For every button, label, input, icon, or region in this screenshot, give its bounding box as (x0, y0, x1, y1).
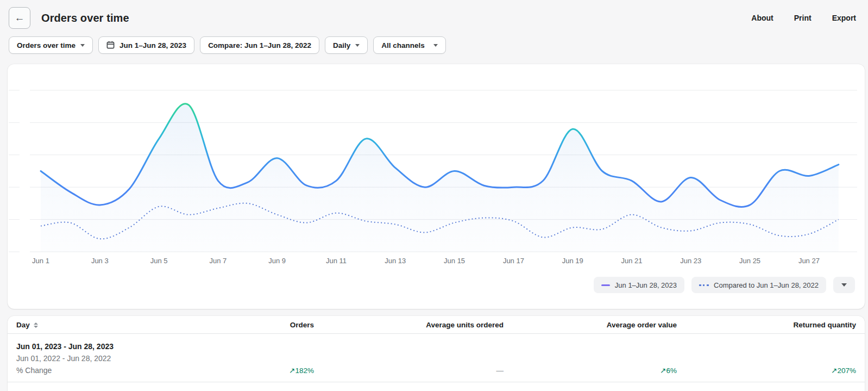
chevron-down-icon (433, 44, 438, 47)
solid-line-swatch-icon (601, 284, 610, 286)
x-axis-label: Jun 9 (268, 257, 286, 265)
orders-over-time-line-chart: Jun 1Jun 3Jun 5Jun 7Jun 9Jun 11Jun 13Jun… (8, 64, 865, 268)
current-period-label: Jun 01, 2023 - Jun 28, 2023 (16, 340, 205, 352)
report-type-dropdown[interactable]: Orders over time (9, 36, 93, 54)
filter-bar: Orders over time Jun 1–Jun 28, 2023 Comp… (0, 30, 868, 54)
x-axis-label: Jun 21 (621, 257, 642, 265)
column-label: Orders (290, 321, 314, 329)
date-range-button[interactable]: Jun 1–Jun 28, 2023 (98, 36, 194, 54)
previous-period-label: Jun 01, 2022 - Jun 28, 2022 (16, 352, 205, 364)
table-header-average-units-ordered[interactable]: Average units ordered (314, 316, 504, 333)
x-axis-label: Jun 19 (562, 257, 583, 265)
day-cell: Jun 01, 2023 - Jun 28, 2023 Jun 01, 2022… (16, 340, 205, 376)
x-axis-label: Jun 3 (91, 257, 109, 265)
sort-arrows-icon (34, 322, 38, 328)
table-row: Jun 01, 2023 - Jun 28, 2023 Jun 01, 2022… (8, 334, 865, 382)
date-range-label: Jun 1–Jun 28, 2023 (119, 41, 186, 49)
average-units-ordered-change-cell: — (314, 340, 504, 376)
report-table-card: Day Orders Average units ordered Average… (8, 316, 865, 391)
compare-label: Compare: Jun 1–Jun 28, 2022 (208, 41, 311, 49)
orders-change-cell: ↗182% (205, 340, 314, 376)
granularity-dropdown[interactable]: Daily (325, 36, 368, 54)
table-header-day[interactable]: Day (16, 316, 205, 333)
current-period-area-fill (41, 104, 839, 252)
channel-label: All channels (381, 41, 425, 49)
x-axis-label: Jun 11 (326, 257, 347, 265)
returned-quantity-change-value: ↗207% (831, 364, 856, 376)
granularity-label: Daily (333, 41, 350, 49)
column-label: Average units ordered (426, 321, 504, 329)
chevron-down-icon (841, 283, 847, 287)
orders-chart-card: Jun 1Jun 3Jun 5Jun 7Jun 9Jun 11Jun 13Jun… (8, 64, 865, 309)
table-header-orders[interactable]: Orders (205, 316, 314, 333)
percent-change-label: % Change (16, 364, 205, 376)
legend-label: Compared to Jun 1–Jun 28, 2022 (714, 281, 819, 289)
orders-change-value: ↗182% (289, 364, 314, 376)
column-label: Day (16, 321, 30, 329)
page-title: Orders over time (41, 12, 129, 24)
x-axis-label: Jun 23 (680, 257, 701, 265)
x-axis-label: Jun 15 (444, 257, 465, 265)
column-label: Average order value (607, 321, 677, 329)
average-units-ordered-change-value: — (496, 364, 504, 376)
legend-label: Jun 1–Jun 28, 2023 (615, 281, 677, 289)
x-axis-label: Jun 1 (32, 257, 49, 265)
average-order-value-change-value: ↗6% (660, 364, 677, 376)
column-label: Returned quantity (793, 321, 856, 329)
back-arrow-icon: ← (15, 12, 25, 24)
print-link[interactable]: Print (794, 14, 812, 22)
channel-dropdown[interactable]: All channels (373, 36, 446, 54)
x-axis-label: Jun 17 (503, 257, 524, 265)
table-header-row: Day Orders Average units ordered Average… (8, 316, 865, 334)
chart-legend: Jun 1–Jun 28, 2023 Compared to Jun 1–Jun… (8, 277, 865, 293)
x-axis-label: Jun 27 (798, 257, 820, 265)
table-header-returned-quantity[interactable]: Returned quantity (677, 316, 856, 333)
legend-item-comparison-period[interactable]: Compared to Jun 1–Jun 28, 2022 (691, 277, 826, 293)
table-header-average-order-value[interactable]: Average order value (504, 316, 677, 333)
x-axis-label: Jun 7 (209, 257, 227, 265)
average-order-value-change-cell: ↗6% (504, 340, 677, 376)
report-type-label: Orders over time (17, 41, 76, 49)
calendar-icon (106, 41, 115, 49)
back-button[interactable]: ← (9, 7, 30, 29)
chevron-down-icon (80, 44, 85, 47)
compare-date-button[interactable]: Compare: Jun 1–Jun 28, 2022 (200, 36, 319, 54)
chevron-down-icon (355, 44, 360, 47)
page-header: ← Orders over time About Print Export (0, 0, 868, 30)
header-actions: About Print Export (751, 14, 856, 22)
dotted-line-swatch-icon (699, 284, 709, 286)
legend-item-current-period[interactable]: Jun 1–Jun 28, 2023 (594, 277, 684, 293)
x-axis-label: Jun 13 (385, 257, 406, 265)
legend-expand-button[interactable] (833, 277, 855, 293)
x-axis-label: Jun 25 (739, 257, 760, 265)
export-link[interactable]: Export (832, 14, 856, 22)
about-link[interactable]: About (751, 14, 773, 22)
x-axis-label: Jun 5 (150, 257, 168, 265)
returned-quantity-change-cell: ↗207% (677, 340, 856, 376)
